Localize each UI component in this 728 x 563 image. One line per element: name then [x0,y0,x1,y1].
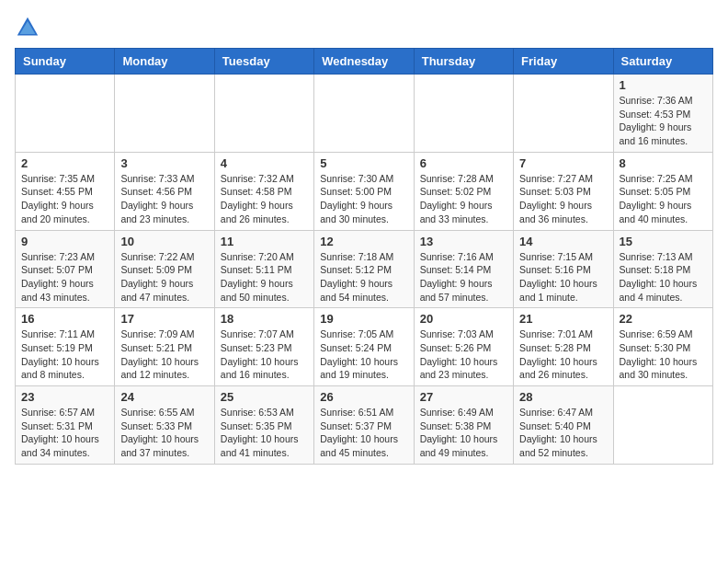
calendar-cell: 11Sunrise: 7:20 AM Sunset: 5:11 PM Dayli… [214,230,313,308]
calendar-cell [214,75,313,153]
page-header [15,15,713,40]
day-number: 12 [320,235,407,248]
day-number: 1 [620,78,707,92]
day-number: 27 [420,390,507,404]
calendar-cell: 20Sunrise: 7:03 AM Sunset: 5:26 PM Dayli… [414,308,513,386]
day-info: Sunrise: 7:32 AM Sunset: 4:58 PM Dayligh… [221,172,308,226]
day-number: 19 [320,312,407,326]
day-info: Sunrise: 6:55 AM Sunset: 5:33 PM Dayligh… [120,406,208,460]
calendar-week-row: 2Sunrise: 7:35 AM Sunset: 4:55 PM Daylig… [16,152,713,230]
day-info: Sunrise: 7:27 AM Sunset: 5:03 PM Dayligh… [519,172,607,226]
day-info: Sunrise: 7:11 AM Sunset: 5:19 PM Dayligh… [21,327,108,382]
day-number: 8 [620,156,707,170]
day-info: Sunrise: 7:23 AM Sunset: 5:07 PM Dayligh… [21,250,108,304]
day-info: Sunrise: 7:20 AM Sunset: 5:11 PM Dayligh… [221,250,308,304]
day-number: 10 [120,235,208,248]
day-info: Sunrise: 7:25 AM Sunset: 5:05 PM Dayligh… [620,172,707,226]
calendar-header-row: SundayMondayTuesdayWednesdayThursdayFrid… [16,49,713,75]
calendar-cell: 26Sunrise: 6:51 AM Sunset: 5:37 PM Dayli… [314,386,414,465]
calendar-week-row: 9Sunrise: 7:23 AM Sunset: 5:07 PM Daylig… [16,230,713,308]
day-number: 6 [420,156,507,170]
day-number: 13 [420,235,507,248]
day-number: 18 [221,312,308,326]
day-header-thursday: Thursday [414,49,513,75]
day-info: Sunrise: 7:07 AM Sunset: 5:23 PM Dayligh… [221,327,308,382]
calendar-cell: 8Sunrise: 7:25 AM Sunset: 5:05 PM Daylig… [613,152,712,230]
day-info: Sunrise: 7:36 AM Sunset: 4:53 PM Dayligh… [620,94,707,148]
day-info: Sunrise: 7:13 AM Sunset: 5:18 PM Dayligh… [620,250,707,304]
calendar-cell: 12Sunrise: 7:18 AM Sunset: 5:12 PM Dayli… [314,230,414,308]
day-number: 22 [620,312,707,326]
day-info: Sunrise: 7:33 AM Sunset: 4:56 PM Dayligh… [120,172,208,226]
calendar-cell: 1Sunrise: 7:36 AM Sunset: 4:53 PM Daylig… [613,75,712,153]
calendar-cell: 22Sunrise: 6:59 AM Sunset: 5:30 PM Dayli… [613,308,712,386]
calendar-cell: 15Sunrise: 7:13 AM Sunset: 5:18 PM Dayli… [613,230,712,308]
day-number: 25 [221,390,308,404]
logo-icon [15,15,40,40]
calendar-week-row: 23Sunrise: 6:57 AM Sunset: 5:31 PM Dayli… [16,386,713,465]
calendar-cell: 3Sunrise: 7:33 AM Sunset: 4:56 PM Daylig… [115,152,214,230]
day-number: 2 [21,156,108,170]
calendar-cell: 9Sunrise: 7:23 AM Sunset: 5:07 PM Daylig… [16,230,115,308]
day-number: 3 [120,156,208,170]
calendar-cell: 17Sunrise: 7:09 AM Sunset: 5:21 PM Dayli… [115,308,214,386]
calendar-cell [414,75,513,153]
day-info: Sunrise: 7:15 AM Sunset: 5:16 PM Dayligh… [519,250,607,304]
day-number: 9 [21,235,108,248]
day-info: Sunrise: 7:01 AM Sunset: 5:28 PM Dayligh… [519,327,607,382]
calendar-cell: 18Sunrise: 7:07 AM Sunset: 5:23 PM Dayli… [214,308,313,386]
calendar-week-row: 16Sunrise: 7:11 AM Sunset: 5:19 PM Dayli… [16,308,713,386]
calendar-cell: 16Sunrise: 7:11 AM Sunset: 5:19 PM Dayli… [16,308,115,386]
day-number: 5 [320,156,407,170]
day-info: Sunrise: 7:30 AM Sunset: 5:00 PM Dayligh… [320,172,407,226]
calendar-cell: 7Sunrise: 7:27 AM Sunset: 5:03 PM Daylig… [514,152,613,230]
day-info: Sunrise: 6:57 AM Sunset: 5:31 PM Dayligh… [21,406,108,460]
day-header-monday: Monday [115,49,214,75]
day-number: 23 [21,390,108,404]
day-number: 20 [420,312,507,326]
calendar-cell: 28Sunrise: 6:47 AM Sunset: 5:40 PM Dayli… [514,386,613,465]
calendar-cell [613,386,712,465]
calendar-cell: 10Sunrise: 7:22 AM Sunset: 5:09 PM Dayli… [115,230,214,308]
day-info: Sunrise: 6:53 AM Sunset: 5:35 PM Dayligh… [221,406,308,460]
calendar-cell: 21Sunrise: 7:01 AM Sunset: 5:28 PM Dayli… [514,308,613,386]
calendar-cell: 24Sunrise: 6:55 AM Sunset: 5:33 PM Dayli… [115,386,214,465]
calendar-cell: 6Sunrise: 7:28 AM Sunset: 5:02 PM Daylig… [414,152,513,230]
calendar-cell: 14Sunrise: 7:15 AM Sunset: 5:16 PM Dayli… [514,230,613,308]
calendar-week-row: 1Sunrise: 7:36 AM Sunset: 4:53 PM Daylig… [16,75,713,153]
day-number: 11 [221,235,308,248]
day-number: 14 [519,235,607,248]
day-number: 26 [320,390,407,404]
day-info: Sunrise: 6:59 AM Sunset: 5:30 PM Dayligh… [620,327,707,382]
day-info: Sunrise: 6:49 AM Sunset: 5:38 PM Dayligh… [420,406,507,460]
calendar-cell [16,75,115,153]
day-info: Sunrise: 7:35 AM Sunset: 4:55 PM Dayligh… [21,172,108,226]
day-number: 15 [620,235,707,248]
day-header-sunday: Sunday [16,49,115,75]
calendar-cell: 5Sunrise: 7:30 AM Sunset: 5:00 PM Daylig… [314,152,414,230]
calendar-cell [115,75,214,153]
day-info: Sunrise: 6:47 AM Sunset: 5:40 PM Dayligh… [519,406,607,460]
day-number: 16 [21,312,108,326]
calendar-cell: 25Sunrise: 6:53 AM Sunset: 5:35 PM Dayli… [214,386,313,465]
calendar-cell: 13Sunrise: 7:16 AM Sunset: 5:14 PM Dayli… [414,230,513,308]
calendar-cell: 2Sunrise: 7:35 AM Sunset: 4:55 PM Daylig… [16,152,115,230]
calendar-cell [514,75,613,153]
day-number: 24 [120,390,208,404]
day-info: Sunrise: 7:28 AM Sunset: 5:02 PM Dayligh… [420,172,507,226]
day-number: 17 [120,312,208,326]
day-number: 4 [221,156,308,170]
day-header-saturday: Saturday [613,49,712,75]
day-info: Sunrise: 6:51 AM Sunset: 5:37 PM Dayligh… [320,406,407,460]
calendar-cell: 27Sunrise: 6:49 AM Sunset: 5:38 PM Dayli… [414,386,513,465]
day-info: Sunrise: 7:03 AM Sunset: 5:26 PM Dayligh… [420,327,507,382]
logo [15,15,44,40]
day-header-friday: Friday [514,49,613,75]
calendar-cell [314,75,414,153]
day-info: Sunrise: 7:22 AM Sunset: 5:09 PM Dayligh… [120,250,208,304]
calendar-cell: 19Sunrise: 7:05 AM Sunset: 5:24 PM Dayli… [314,308,414,386]
day-header-wednesday: Wednesday [314,49,414,75]
day-number: 7 [519,156,607,170]
day-number: 28 [519,390,607,404]
day-info: Sunrise: 7:09 AM Sunset: 5:21 PM Dayligh… [120,327,208,382]
